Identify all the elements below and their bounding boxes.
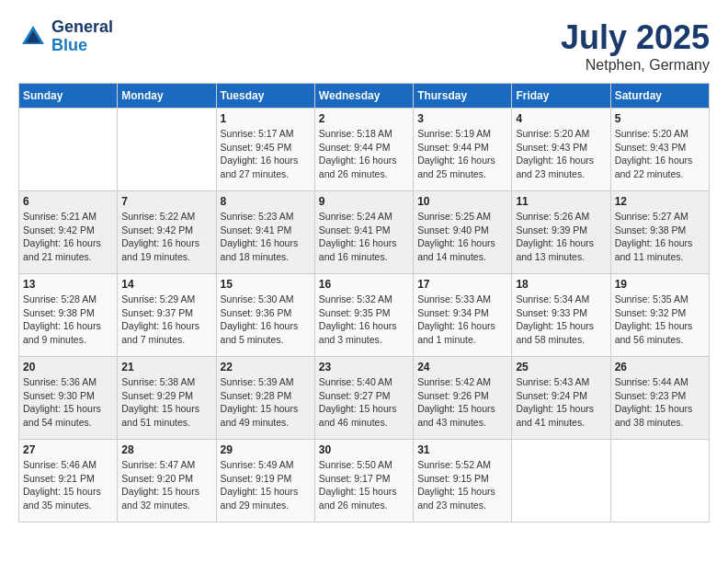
page-header: General Blue July 2025 Netphen, Germany: [18, 18, 710, 74]
logo-icon: [18, 22, 48, 52]
calendar-cell: 23Sunrise: 5:40 AM Sunset: 9:27 PM Dayli…: [314, 357, 413, 440]
calendar-cell: 18Sunrise: 5:34 AM Sunset: 9:33 PM Dayli…: [512, 274, 610, 357]
calendar-cell: [512, 440, 610, 523]
day-number: 3: [417, 112, 507, 125]
day-number: 12: [615, 195, 705, 208]
day-info: Sunrise: 5:46 AM Sunset: 9:21 PM Dayligh…: [23, 458, 113, 512]
day-info: Sunrise: 5:52 AM Sunset: 9:15 PM Dayligh…: [417, 458, 507, 512]
subtitle: Netphen, Germany: [561, 57, 710, 74]
day-number: 23: [319, 361, 409, 373]
calendar-cell: 29Sunrise: 5:49 AM Sunset: 9:19 PM Dayli…: [216, 440, 314, 523]
day-header-tuesday: Tuesday: [216, 84, 314, 109]
calendar-body: 1Sunrise: 5:17 AM Sunset: 9:45 PM Daylig…: [19, 109, 710, 523]
calendar-cell: 19Sunrise: 5:35 AM Sunset: 9:32 PM Dayli…: [610, 274, 709, 357]
day-info: Sunrise: 5:25 AM Sunset: 9:40 PM Dayligh…: [417, 210, 507, 264]
day-info: Sunrise: 5:36 AM Sunset: 9:30 PM Dayligh…: [23, 375, 113, 430]
day-number: 2: [319, 112, 409, 125]
calendar-cell: 8Sunrise: 5:23 AM Sunset: 9:41 PM Daylig…: [216, 191, 314, 274]
day-number: 17: [417, 278, 507, 291]
calendar-cell: 30Sunrise: 5:50 AM Sunset: 9:17 PM Dayli…: [314, 440, 413, 523]
day-number: 7: [121, 195, 211, 208]
calendar-cell: 16Sunrise: 5:32 AM Sunset: 9:35 PM Dayli…: [314, 274, 413, 357]
week-row-3: 20Sunrise: 5:36 AM Sunset: 9:30 PM Dayli…: [19, 357, 710, 440]
day-number: 19: [615, 278, 705, 291]
day-number: 11: [516, 195, 606, 208]
day-info: Sunrise: 5:33 AM Sunset: 9:34 PM Dayligh…: [417, 293, 507, 347]
day-header-sunday: Sunday: [19, 84, 118, 109]
calendar-cell: 31Sunrise: 5:52 AM Sunset: 9:15 PM Dayli…: [414, 440, 512, 523]
day-number: 31: [417, 443, 507, 456]
day-number: 21: [121, 361, 211, 373]
day-number: 10: [417, 195, 507, 208]
day-info: Sunrise: 5:19 AM Sunset: 9:44 PM Dayligh…: [417, 127, 507, 181]
calendar-cell: 10Sunrise: 5:25 AM Sunset: 9:40 PM Dayli…: [414, 191, 512, 274]
day-number: 29: [221, 443, 311, 456]
day-info: Sunrise: 5:34 AM Sunset: 9:33 PM Dayligh…: [516, 293, 606, 347]
day-header-wednesday: Wednesday: [314, 84, 413, 109]
day-info: Sunrise: 5:35 AM Sunset: 9:32 PM Dayligh…: [615, 293, 705, 347]
calendar-cell: 4Sunrise: 5:20 AM Sunset: 9:43 PM Daylig…: [512, 109, 610, 191]
day-number: 9: [319, 195, 409, 208]
calendar-cell: 17Sunrise: 5:33 AM Sunset: 9:34 PM Dayli…: [414, 274, 512, 357]
calendar-cell: 21Sunrise: 5:38 AM Sunset: 9:29 PM Dayli…: [118, 357, 216, 440]
day-number: 26: [615, 361, 705, 373]
day-number: 1: [221, 112, 311, 125]
calendar-cell: 13Sunrise: 5:28 AM Sunset: 9:38 PM Dayli…: [19, 274, 118, 357]
day-info: Sunrise: 5:23 AM Sunset: 9:41 PM Dayligh…: [221, 210, 311, 264]
day-info: Sunrise: 5:27 AM Sunset: 9:38 PM Dayligh…: [615, 210, 705, 264]
title-area: July 2025 Netphen, Germany: [561, 18, 710, 74]
calendar-cell: 27Sunrise: 5:46 AM Sunset: 9:21 PM Dayli…: [19, 440, 118, 523]
day-number: 6: [23, 195, 113, 208]
day-number: 24: [417, 361, 507, 373]
day-number: 28: [121, 443, 211, 456]
day-info: Sunrise: 5:32 AM Sunset: 9:35 PM Dayligh…: [319, 293, 409, 347]
day-header-saturday: Saturday: [610, 84, 709, 109]
day-info: Sunrise: 5:18 AM Sunset: 9:44 PM Dayligh…: [319, 127, 409, 181]
day-number: 20: [23, 361, 113, 373]
calendar-cell: [118, 109, 216, 191]
day-info: Sunrise: 5:50 AM Sunset: 9:17 PM Dayligh…: [319, 458, 409, 512]
calendar-cell: 7Sunrise: 5:22 AM Sunset: 9:42 PM Daylig…: [118, 191, 216, 274]
week-row-4: 27Sunrise: 5:46 AM Sunset: 9:21 PM Dayli…: [19, 440, 710, 523]
day-info: Sunrise: 5:28 AM Sunset: 9:38 PM Dayligh…: [23, 293, 113, 347]
month-title: July 2025: [561, 18, 710, 57]
day-info: Sunrise: 5:24 AM Sunset: 9:41 PM Dayligh…: [319, 210, 409, 264]
day-info: Sunrise: 5:40 AM Sunset: 9:27 PM Dayligh…: [319, 375, 409, 430]
day-number: 27: [23, 443, 113, 456]
day-info: Sunrise: 5:39 AM Sunset: 9:28 PM Dayligh…: [221, 375, 311, 430]
calendar-cell: 25Sunrise: 5:43 AM Sunset: 9:24 PM Dayli…: [512, 357, 610, 440]
logo-text: General Blue: [51, 18, 113, 55]
day-number: 5: [615, 112, 705, 125]
calendar-cell: 14Sunrise: 5:29 AM Sunset: 9:37 PM Dayli…: [118, 274, 216, 357]
day-info: Sunrise: 5:49 AM Sunset: 9:19 PM Dayligh…: [221, 458, 311, 512]
calendar: SundayMondayTuesdayWednesdayThursdayFrid…: [18, 83, 710, 523]
day-number: 30: [319, 443, 409, 456]
day-info: Sunrise: 5:29 AM Sunset: 9:37 PM Dayligh…: [121, 293, 211, 347]
day-number: 18: [516, 278, 606, 291]
day-number: 16: [319, 278, 409, 291]
day-number: 14: [121, 278, 211, 291]
day-header-thursday: Thursday: [414, 84, 512, 109]
calendar-cell: 6Sunrise: 5:21 AM Sunset: 9:42 PM Daylig…: [19, 191, 118, 274]
calendar-cell: 26Sunrise: 5:44 AM Sunset: 9:23 PM Dayli…: [610, 357, 709, 440]
calendar-header-row: SundayMondayTuesdayWednesdayThursdayFrid…: [19, 84, 710, 109]
calendar-cell: 20Sunrise: 5:36 AM Sunset: 9:30 PM Dayli…: [19, 357, 118, 440]
calendar-cell: 1Sunrise: 5:17 AM Sunset: 9:45 PM Daylig…: [216, 109, 314, 191]
calendar-cell: 28Sunrise: 5:47 AM Sunset: 9:20 PM Dayli…: [118, 440, 216, 523]
day-info: Sunrise: 5:44 AM Sunset: 9:23 PM Dayligh…: [615, 375, 705, 430]
calendar-cell: 3Sunrise: 5:19 AM Sunset: 9:44 PM Daylig…: [414, 109, 512, 191]
day-number: 13: [23, 278, 113, 291]
calendar-cell: [610, 440, 709, 523]
calendar-cell: 9Sunrise: 5:24 AM Sunset: 9:41 PM Daylig…: [314, 191, 413, 274]
day-number: 15: [221, 278, 311, 291]
logo: General Blue: [18, 18, 113, 55]
calendar-cell: 11Sunrise: 5:26 AM Sunset: 9:39 PM Dayli…: [512, 191, 610, 274]
calendar-cell: 2Sunrise: 5:18 AM Sunset: 9:44 PM Daylig…: [314, 109, 413, 191]
day-info: Sunrise: 5:42 AM Sunset: 9:26 PM Dayligh…: [417, 375, 507, 430]
day-number: 4: [516, 112, 606, 125]
day-info: Sunrise: 5:30 AM Sunset: 9:36 PM Dayligh…: [221, 293, 311, 347]
day-number: 25: [516, 361, 606, 373]
day-info: Sunrise: 5:20 AM Sunset: 9:43 PM Dayligh…: [615, 127, 705, 181]
day-number: 22: [221, 361, 311, 373]
calendar-cell: 22Sunrise: 5:39 AM Sunset: 9:28 PM Dayli…: [216, 357, 314, 440]
